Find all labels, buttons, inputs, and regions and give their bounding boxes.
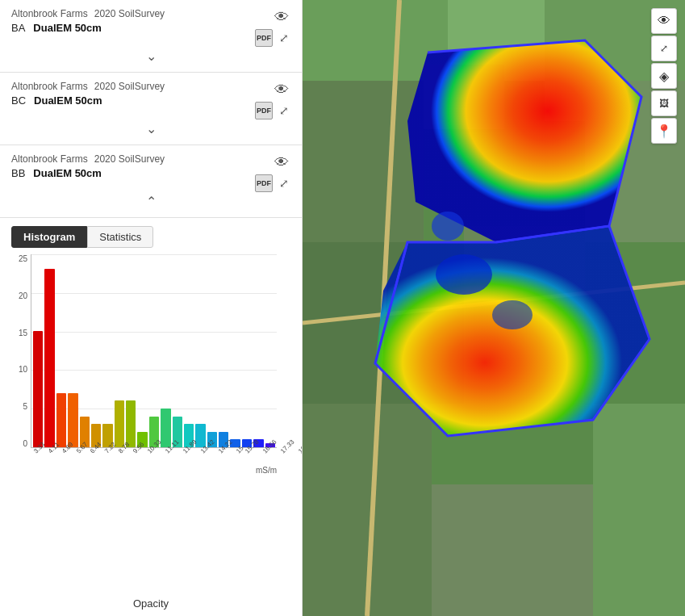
survey-meta-ba: Altonbrook Farms 2020 SoilSurvey: [11, 8, 255, 19]
icon-row-bc: PDF ⤢: [255, 102, 290, 119]
svg-rect-10: [432, 484, 593, 616]
x-label-16: 17.33: [279, 438, 296, 455]
y-label: 20: [19, 291, 27, 300]
y-label: 5: [23, 402, 27, 411]
histogram-area: 2520151050 3.334.114.895.676.447.228.789…: [0, 248, 302, 589]
expand-btn-ba[interactable]: ⤢: [278, 31, 290, 45]
x-axis-labels: 3.334.114.895.676.447.228.789.5610.3311.…: [31, 450, 277, 457]
bar-3: [68, 393, 77, 447]
survey-year-bb: 2020 SoilSurvey: [94, 153, 165, 165]
survey-layer-ba: DualEM 50cm: [33, 22, 102, 34]
map-background: [303, 0, 685, 616]
visibility-toggle-bc[interactable]: 👁: [273, 81, 290, 98]
survey-field-bb: BB: [11, 167, 25, 179]
map-panel: 👁 ⤢ ◈ 🖼 📍: [303, 0, 685, 616]
pin-map-icon[interactable]: 📍: [651, 118, 677, 144]
survey-year-ba: 2020 SoilSurvey: [94, 8, 165, 19]
visibility-map-icon[interactable]: 👁: [651, 8, 677, 34]
visibility-toggle-bb[interactable]: 👁: [273, 153, 290, 171]
expand-btn-bb[interactable]: ⤢: [278, 176, 290, 191]
survey-meta-bb: Altonbrook Farms 2020 SoilSurvey: [11, 153, 255, 165]
bar-8: [126, 400, 136, 447]
survey-farm-ba: Altonbrook Farms: [11, 8, 88, 19]
icon-row-bb: PDF ⤢: [255, 174, 290, 192]
y-label: 10: [19, 365, 27, 374]
survey-field-bc: BC: [11, 94, 26, 107]
y-axis: 2520151050: [8, 254, 27, 448]
survey-meta-bc: Altonbrook Farms 2020 SoilSurvey: [11, 81, 255, 92]
survey-info-bc: Altonbrook Farms 2020 SoilSurvey BC Dual…: [11, 81, 255, 107]
svg-point-17: [432, 212, 464, 241]
y-label: 15: [19, 329, 27, 337]
tab-histogram[interactable]: Histogram: [11, 226, 87, 248]
survey-layer-bb: DualEM 50cm: [33, 167, 102, 179]
icon-row-ba: PDF ⤢: [255, 29, 290, 47]
opacity-label: Opacity: [133, 597, 169, 610]
survey-actions-bb: 👁 PDF ⤢: [255, 153, 290, 192]
y-label: 0: [23, 439, 27, 448]
bar-1: [44, 269, 54, 447]
visibility-toggle-ba[interactable]: 👁: [273, 8, 290, 26]
survey-actions-bc: 👁 PDF ⤢: [255, 81, 290, 119]
survey-year-bc: 2020 SoilSurvey: [94, 81, 165, 92]
chart-container: 2520151050 3.334.114.895.676.447.228.789…: [8, 254, 282, 480]
survey-item-bc: Altonbrook Farms 2020 SoilSurvey BC Dual…: [0, 73, 302, 145]
left-panel: Altonbrook Farms 2020 SoilSurvey BA Dual…: [0, 0, 303, 616]
survey-item-ba: Altonbrook Farms 2020 SoilSurvey BA Dual…: [0, 0, 302, 73]
bars-area: [31, 254, 277, 448]
survey-item-bb: Altonbrook Farms 2020 SoilSurvey BB Dual…: [0, 145, 302, 218]
opacity-area: Opacity: [0, 589, 302, 616]
svg-rect-3: [303, 81, 424, 242]
pdf-btn-bc[interactable]: PDF: [255, 102, 273, 119]
expand-btn-bc[interactable]: ⤢: [278, 103, 290, 118]
survey-field-ba: BA: [11, 22, 25, 34]
bar-11: [161, 409, 170, 447]
chevron-up-bb[interactable]: ⌃: [11, 192, 290, 211]
map-toolbar: 👁 ⤢ ◈ 🖼 📍: [651, 8, 677, 144]
tab-statistics[interactable]: Statistics: [87, 226, 153, 248]
chevron-down-ba[interactable]: ⌄: [11, 47, 290, 65]
survey-info-ba: Altonbrook Farms 2020 SoilSurvey BA Dual…: [11, 8, 255, 34]
svg-point-18: [492, 300, 533, 329]
image-map-icon[interactable]: 🖼: [651, 90, 677, 116]
pdf-btn-bb[interactable]: PDF: [255, 174, 273, 192]
y-label: 25: [19, 254, 27, 263]
tabs-row: Histogram Statistics: [11, 226, 290, 248]
pdf-btn-ba[interactable]: PDF: [255, 29, 273, 47]
svg-rect-11: [593, 404, 685, 616]
chevron-down-bc[interactable]: ⌄: [11, 119, 290, 138]
survey-farm-bb: Altonbrook Farms: [11, 153, 88, 165]
survey-farm-bc: Altonbrook Farms: [11, 81, 88, 92]
x-label-17: 18.11: [297, 438, 303, 455]
x-unit-label: mS/m: [31, 466, 277, 475]
survey-layer-bc: DualEM 50cm: [34, 94, 102, 107]
survey-actions-ba: 👁 PDF ⤢: [255, 8, 290, 47]
svg-marker-14: [407, 40, 641, 242]
bar-2: [56, 393, 66, 447]
layers-map-icon[interactable]: ◈: [651, 63, 677, 89]
survey-info-bb: Altonbrook Farms 2020 SoilSurvey BB Dual…: [11, 153, 255, 179]
zoom-fit-icon[interactable]: ⤢: [651, 36, 677, 61]
svg-point-16: [436, 254, 492, 295]
bar-0: [33, 331, 43, 447]
bar-7: [115, 400, 124, 447]
